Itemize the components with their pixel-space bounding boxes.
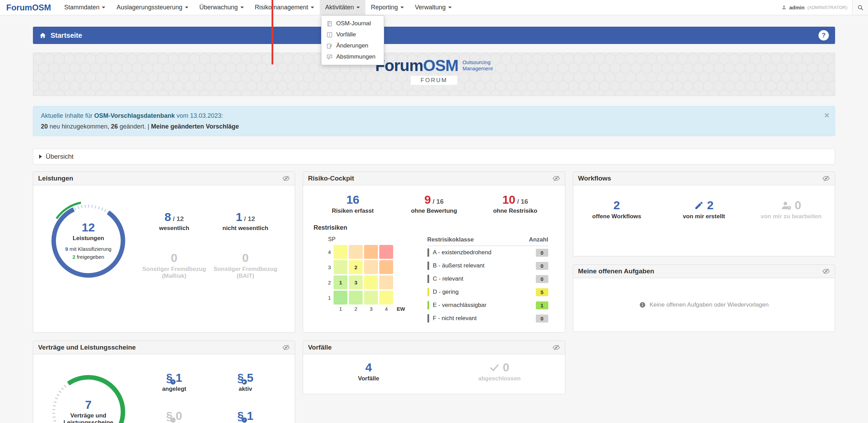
home-icon[interactable] <box>39 32 46 39</box>
matrix-y-axis-label: SP <box>328 236 405 243</box>
count-badge: 1 <box>536 301 548 309</box>
caret-right-icon <box>39 155 42 159</box>
card-title: Workflows <box>578 175 611 182</box>
hide-widget-icon[interactable] <box>282 344 290 351</box>
menu-verwaltung[interactable]: Verwaltung <box>409 0 457 15</box>
card-title: Verträge und Leistungsscheine <box>38 344 136 351</box>
alert-line-2: 20 neu hinzugekommen, 26 geändert. | Mei… <box>41 121 827 132</box>
hide-widget-icon[interactable] <box>552 344 560 351</box>
card-risiko-cockpit: Risiko-Cockpit 16 Risiken erfasst 9/ 16 … <box>303 171 565 333</box>
page-header: Startseite ? <box>33 27 835 44</box>
card-workflows: Workflows 2 offene Workflows 2 von mir e… <box>573 171 835 256</box>
person-badge-icon <box>781 200 791 211</box>
menu-item-vorfaelle[interactable]: Vorfälle <box>321 29 384 40</box>
hide-widget-icon[interactable] <box>282 175 290 182</box>
menu-risikomanagement[interactable]: Risikomanagement <box>249 0 320 15</box>
count-badge: 0 <box>536 249 548 257</box>
matrix-cell <box>364 260 378 274</box>
user-menu[interactable]: admin (ADMINISTRATOR) <box>781 0 852 15</box>
search-button[interactable] <box>852 0 868 15</box>
chevron-down-icon <box>240 7 244 8</box>
stat-fremdbezug-bait: 0 Sonstiger Fremdbezug (BAIT) <box>210 251 281 280</box>
paragraph-check-icon: §✓ <box>237 410 243 422</box>
chevron-down-icon <box>185 7 188 8</box>
close-icon[interactable]: × <box>824 108 829 123</box>
chevron-down-icon <box>356 7 360 8</box>
menu-item-aenderungen[interactable]: Änderungen <box>321 40 384 51</box>
hide-widget-icon[interactable] <box>822 175 830 182</box>
table-row: C - relevant 0 <box>427 272 548 285</box>
card-title: Vorfälle <box>308 344 331 351</box>
matrix-cell <box>379 260 393 274</box>
news-alert: Aktuelle Inhalte für OSM-Vorschlagsdaten… <box>33 106 835 136</box>
leistungen-donut-chart: 12 Leistungen 9 mit Klassifizierung 2 fr… <box>45 197 132 284</box>
count-badge: 0 <box>536 275 548 283</box>
paragraph-circle-icon: § <box>166 410 172 422</box>
menu-item-abstimmungen[interactable]: Abstimmungen <box>321 51 384 62</box>
stat-angebahnt: § 0 angebahnt <box>139 409 210 423</box>
user-name: admin <box>789 5 805 10</box>
alert-line-1: Aktuelle Inhalte für OSM-Vorschlagsdaten… <box>41 111 827 121</box>
matrix-cell <box>364 245 378 259</box>
menu-auslagerungssteuerung[interactable]: Auslagerungssteuerung <box>111 0 194 15</box>
matrix-cell <box>364 291 378 305</box>
count-badge: 5 <box>536 288 548 296</box>
table-row: F - nicht relevant 0 <box>427 312 548 325</box>
card-title: Meine offenen Aufgaben <box>578 267 654 275</box>
overview-label: Übersicht <box>46 153 73 160</box>
table-row: E - vernachlässigbar 1 <box>427 299 548 312</box>
stat-angelegt: §+ 1 angelegt <box>139 371 210 393</box>
stat-wesentlich: 8/ 12 wesentlich <box>139 210 210 232</box>
hide-widget-icon[interactable] <box>552 175 560 182</box>
stat-in-pruefung: §✓ 1 in Prüfung <box>210 409 281 423</box>
restrisiken-heading: Restrisiken <box>313 224 556 231</box>
menu-item-osm-journal[interactable]: OSM-Journal <box>321 18 384 29</box>
vorschlagsdatenbank-link[interactable]: OSM-Vorschlagsdatenbank <box>94 112 175 119</box>
menu-reporting[interactable]: Reporting <box>365 0 409 15</box>
hide-widget-icon[interactable] <box>822 267 830 275</box>
matrix-cell: 3 <box>349 275 363 289</box>
stat-aktiv: §▶ 5 aktiv <box>210 371 281 393</box>
app-logo[interactable]: ForumOSM <box>0 0 59 15</box>
menu-ueberwachung[interactable]: Überwachung <box>194 0 249 15</box>
votes-icon <box>326 54 333 60</box>
matrix-cell <box>379 245 393 259</box>
menu-stammdaten[interactable]: Stammdaten <box>59 0 111 15</box>
top-navigation: ForumOSM Stammdaten Auslagerungssteuerun… <box>0 0 868 15</box>
stat-offene-workflows: 2 offene Workflows <box>573 199 661 220</box>
incident-icon <box>326 32 333 38</box>
user-role: (ADMINISTRATOR) <box>807 5 847 10</box>
matrix-cell <box>379 291 393 305</box>
stat-risiken-erfasst: 16 Risiken erfasst <box>312 193 393 214</box>
matrix-cell <box>334 245 347 259</box>
chevron-down-icon <box>400 7 404 8</box>
journal-icon <box>326 20 333 27</box>
risk-matrix: SP 4 3 2 <box>324 236 405 325</box>
vertraege-donut-chart: 7 Verträge und Leistungsscheine <box>45 369 132 423</box>
matrix-cell <box>334 291 347 305</box>
main-menu: Stammdaten Auslagerungssteuerung Überwac… <box>59 0 457 15</box>
overview-expander[interactable]: Übersicht <box>33 149 835 165</box>
chevron-down-icon <box>448 7 452 8</box>
stat-ohne-bewertung: 9/ 16 ohne Bewertung <box>393 193 475 214</box>
card-vertraege: Verträge und Leistungsscheine 7 Verträge… <box>33 341 295 423</box>
matrix-cell: 1 <box>334 275 347 289</box>
forum-badge: FORUM <box>411 76 457 85</box>
chevron-down-icon <box>311 7 314 8</box>
card-leistungen: Leistungen 12 Leistungen <box>33 171 295 333</box>
info-icon <box>639 301 646 308</box>
matrix-cell <box>349 245 363 259</box>
matrix-cell: 2 <box>349 260 363 274</box>
card-title: Leistungen <box>38 175 73 182</box>
search-icon <box>857 4 864 11</box>
stat-fremdbezug-marisk: 0 Sonstiger Fremdbezug (MaRisk) <box>139 251 210 280</box>
geaenderte-vorschlaege-link[interactable]: Meine geänderten Vorschläge <box>151 123 239 130</box>
hero-banner: ForumOSM Outsourcing Management FORUM <box>33 53 835 96</box>
card-meine-offenen-aufgaben: Meine offenen Aufgaben Keine offenen Auf… <box>573 264 835 332</box>
matrix-cell <box>349 291 363 305</box>
matrix-cell <box>334 260 347 274</box>
help-button[interactable]: ? <box>818 30 829 41</box>
stat-vorfaelle-offen: 4 Vorfälle <box>303 361 434 394</box>
menu-aktivitaeten[interactable]: Aktivitäten OSM-Journal Vorfälle Änderun… <box>320 0 365 15</box>
card-vorfaelle: Vorfälle 4 Vorfälle 0 abgeschlossen <box>303 341 565 394</box>
